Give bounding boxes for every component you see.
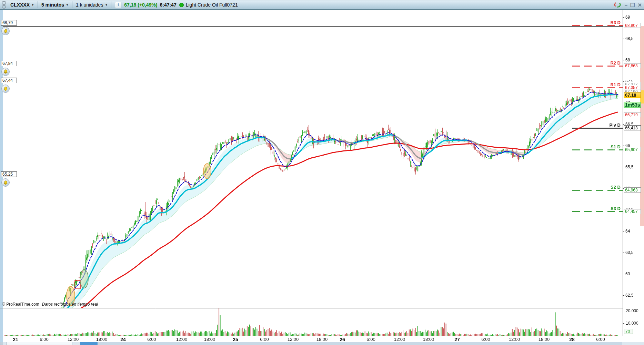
chevron-down-icon: ▼	[105, 3, 108, 7]
instrument-name: Light Crude Oil Full0721	[186, 2, 238, 8]
feed-status-text: Datos recibidos en tiempo real	[42, 302, 98, 307]
horizontal-scrollbar[interactable]	[0, 342, 644, 345]
bell-icon	[3, 69, 8, 74]
scrollbar-track-segment[interactable]	[6, 342, 72, 345]
units-label: 1 k unidades	[76, 2, 103, 8]
bell-icon	[3, 180, 8, 185]
info-icon[interactable]: i	[115, 2, 121, 8]
symbol-label: CLXXXX	[10, 2, 30, 8]
close-button[interactable]: ✕	[637, 2, 642, 8]
prorealtime-chart-window: CLXXXX ▼ 5 minutos ▼ 1 k unidades ▼ i 67…	[0, 0, 644, 345]
refresh-sync-icon[interactable]	[614, 1, 622, 8]
toolbar-separator	[111, 1, 111, 8]
restore-button[interactable]: ❐	[630, 2, 635, 8]
market-open-icon	[179, 3, 184, 7]
last-quote: 67,18 (+0,49%)	[124, 2, 157, 8]
alert-bell-button[interactable]	[1, 68, 10, 76]
window-grip-icon[interactable]	[1, 1, 7, 9]
scroll-left-button[interactable]	[0, 342, 3, 345]
chevron-down-icon: ▼	[31, 3, 34, 7]
clock: 6:47:47	[160, 2, 176, 8]
alert-bell-button[interactable]	[1, 27, 10, 35]
brand-text: © ProRealTime.com	[2, 302, 39, 307]
scrollbar-thumb[interactable]	[80, 342, 98, 345]
chevron-down-icon: ▼	[66, 3, 69, 7]
units-dropdown[interactable]: 1 k unidades ▼	[72, 0, 111, 9]
chart-toolbar: CLXXXX ▼ 5 minutos ▼ 1 k unidades ▼ i 67…	[0, 0, 644, 10]
scrollbar-track[interactable]	[98, 342, 622, 345]
bell-icon	[3, 86, 8, 91]
alert-bell-button[interactable]	[1, 178, 10, 187]
copyright-line: © ProRealTime.comDatos recibidos en tiem…	[2, 302, 98, 307]
timeframe-dropdown[interactable]: 5 minutos ▼	[38, 0, 72, 9]
minimize-button[interactable]: –	[625, 2, 627, 8]
chart-canvas[interactable]	[0, 0, 644, 345]
symbol-dropdown[interactable]: CLXXXX ▼	[7, 0, 38, 9]
bell-icon	[3, 29, 8, 34]
timeframe-label: 5 minutos	[41, 2, 64, 8]
